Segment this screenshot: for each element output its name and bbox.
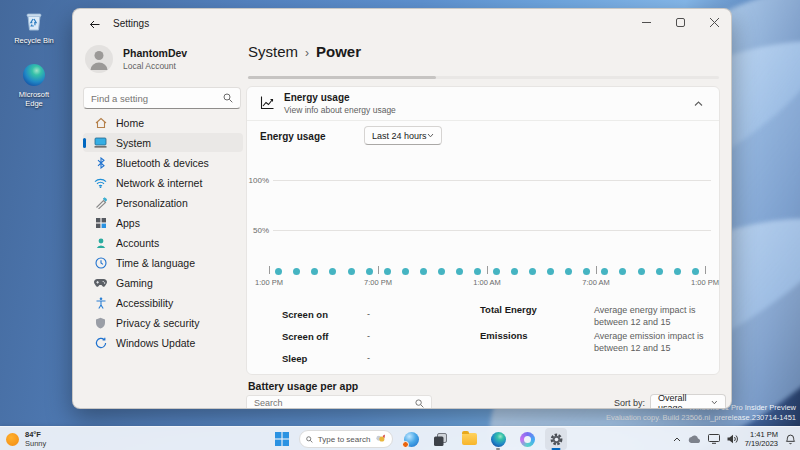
energy-data-point	[293, 268, 300, 275]
energy-data-point	[601, 268, 608, 275]
energy-data-point	[311, 268, 318, 275]
tray-date: 7/19/2023	[745, 439, 778, 448]
search-icon	[306, 435, 313, 444]
energy-card-header[interactable]: Energy usage View info about energy usag…	[247, 87, 719, 120]
edge-icon[interactable]	[487, 428, 509, 450]
accessibility-icon	[94, 296, 107, 309]
start-icon	[275, 432, 289, 446]
chevron-down-icon	[427, 133, 434, 138]
energy-data-point	[583, 268, 590, 275]
sidebar-item-personalization[interactable]: Personalization	[83, 193, 243, 212]
accounts-icon	[94, 236, 107, 249]
energy-data-point	[474, 268, 481, 275]
settings-window: Settings PhantomDev Local Account Fin	[72, 8, 732, 409]
energy-data-point	[638, 268, 645, 275]
sidebar-item-privacy-security[interactable]: Privacy & security	[83, 313, 243, 332]
sidebar-item-bluetooth-devices[interactable]: Bluetooth & devices	[83, 153, 243, 172]
sidebar-item-label: Accounts	[116, 237, 159, 249]
chevron-up-icon[interactable]	[691, 97, 705, 111]
sidebar-item-accounts[interactable]: Accounts	[83, 233, 243, 252]
sidebar-item-windows-update[interactable]: Windows Update	[83, 333, 243, 352]
settings-gear-icon[interactable]	[545, 428, 567, 450]
sidebar-item-gaming[interactable]: Gaming	[83, 273, 243, 292]
stat-value: Average energy impact is between 12 and …	[594, 304, 712, 328]
x-axis-labels: 1:00 PM7:00 PM1:00 AM7:00 AM1:00 PM	[269, 278, 705, 288]
sidebar-item-home[interactable]: Home	[83, 113, 243, 132]
settings-search-input[interactable]: Find a setting	[83, 87, 241, 109]
energy-data-point	[493, 268, 500, 275]
weather-temperature: 84°F	[25, 430, 46, 439]
sidebar-item-network-internet[interactable]: Network & internet	[83, 173, 243, 192]
taskbar: 84°F Sunny Type to search	[0, 426, 800, 450]
stat-label: Emissions	[480, 330, 528, 341]
sidebar-item-label: Personalization	[116, 197, 188, 209]
minimize-button[interactable]	[629, 9, 663, 35]
user-account[interactable]: PhantomDev Local Account	[85, 45, 187, 73]
taskbar-clock[interactable]: 1:41 PM 7/19/2023	[745, 430, 778, 449]
tray-time: 1:41 PM	[745, 430, 778, 439]
breadcrumb: System › Power	[248, 43, 361, 60]
notification-bell-icon[interactable]	[785, 434, 796, 445]
weather-widget[interactable]: 84°F Sunny	[6, 430, 46, 448]
energy-data-point	[619, 268, 626, 275]
energy-data-point	[420, 268, 427, 275]
onedrive-cloud-icon[interactable]	[688, 435, 701, 444]
titlebar[interactable]: Settings	[73, 9, 731, 39]
sidebar-item-time-language[interactable]: Time & language	[83, 253, 243, 272]
gridline-50	[273, 230, 711, 231]
account-type: Local Account	[123, 61, 187, 71]
energy-card-subtitle: View info about energy usage	[284, 105, 396, 115]
recycle-bin-icon	[21, 8, 47, 34]
sort-dropdown[interactable]: Overall usage	[650, 394, 726, 409]
privacy-security-icon	[94, 316, 107, 329]
system-tray: 1:41 PM 7/19/2023	[673, 427, 796, 450]
home-icon	[94, 116, 107, 129]
stat-value: Average emission impact is between 12 an…	[594, 330, 712, 354]
battery-search-placeholder: Search	[254, 398, 415, 408]
sidebar-item-label: System	[116, 137, 151, 149]
horizontal-scrollbar[interactable]	[248, 76, 719, 79]
energy-data-point	[384, 268, 391, 275]
battery-search-input[interactable]: Search	[246, 395, 432, 409]
battery-section-title: Battery usage per app	[248, 380, 358, 392]
volume-icon[interactable]	[727, 434, 738, 444]
copilot-icon[interactable]	[516, 428, 538, 450]
chevron-down-icon	[711, 400, 718, 405]
time-range-dropdown[interactable]: Last 24 hours	[364, 126, 442, 145]
sidebar-item-system[interactable]: System	[83, 133, 243, 152]
energy-data-point	[402, 268, 409, 275]
bing-chat-icon[interactable]	[400, 428, 422, 450]
energy-data-point	[674, 268, 681, 275]
breadcrumb-parent[interactable]: System	[248, 43, 298, 60]
energy-data-point	[438, 268, 445, 275]
x-axis-tick-label: 7:00 PM	[358, 278, 398, 287]
display-cast-icon[interactable]	[708, 434, 720, 444]
close-button[interactable]	[697, 9, 731, 35]
desktop-icon-recycle-bin[interactable]: Recycle Bin	[8, 8, 60, 45]
gaming-icon	[94, 276, 107, 289]
sidebar-item-apps[interactable]: Apps	[83, 213, 243, 232]
back-button[interactable]	[85, 16, 103, 32]
stat-value: -	[367, 309, 370, 319]
file-explorer-icon[interactable]	[458, 428, 480, 450]
y-axis-label-50: 50%	[247, 226, 269, 235]
taskbar-search[interactable]: Type to search	[299, 430, 393, 448]
divider	[247, 120, 719, 121]
energy-card-title: Energy usage	[284, 92, 350, 103]
energy-chart-icon	[260, 95, 275, 110]
chart-data-points	[275, 268, 699, 275]
sidebar-item-label: Windows Update	[116, 337, 195, 349]
maximize-button[interactable]	[663, 9, 697, 35]
stat-label: Sleep	[282, 353, 307, 364]
hidden-icons-chevron[interactable]	[673, 437, 681, 442]
stat-value: -	[367, 331, 370, 341]
scrollbar-thumb[interactable]	[248, 76, 436, 79]
start-button[interactable]	[272, 429, 292, 449]
energy-data-point	[529, 268, 536, 275]
sidebar-nav: HomeSystemBluetooth & devicesNetwork & i…	[83, 113, 243, 353]
settings-search-placeholder: Find a setting	[91, 93, 223, 104]
stat-label: Screen on	[282, 309, 328, 320]
task-view-icon[interactable]	[429, 428, 451, 450]
sidebar-item-accessibility[interactable]: Accessibility	[83, 293, 243, 312]
desktop-icon-edge[interactable]: Microsoft Edge	[8, 62, 60, 108]
